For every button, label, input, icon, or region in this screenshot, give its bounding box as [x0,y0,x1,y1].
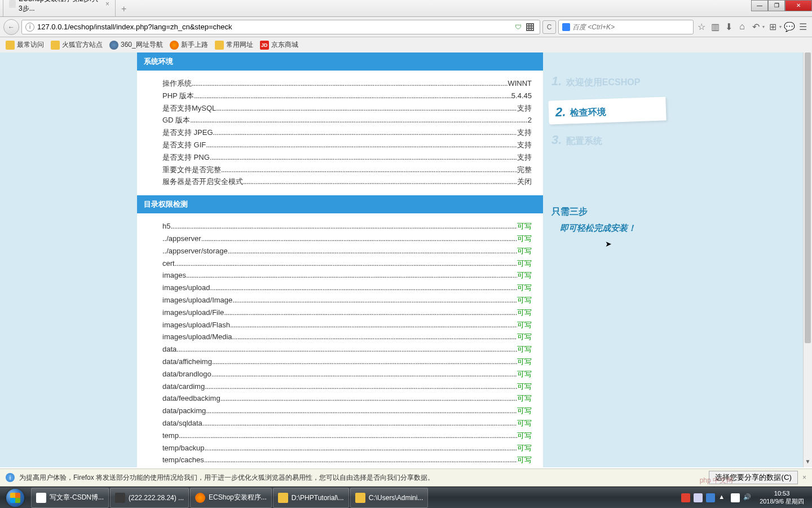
new-tab-button[interactable]: + [117,2,131,16]
refresh-button[interactable]: C [542,20,556,34]
home-icon[interactable]: ⌂ [736,21,748,33]
download-icon[interactable]: ⬇ [723,21,734,33]
vertical-scrollbar[interactable]: ▲ ▼ [803,52,812,53]
shield-icon[interactable]: 🛡 [515,23,522,31]
steps-sidebar: 1. 欢迎使用ECSHOP 2. 检查环境 3. 配置系统 只需三步 即可轻松完… [543,52,666,53]
url-box[interactable]: i 🛡 [21,20,540,34]
bookmark-firefox[interactable]: 火狐官方站点 [51,40,103,50]
page-viewport: 系统环境 操作系统...............................… [0,52,803,53]
url-input[interactable] [37,23,513,31]
window-minimize-button[interactable]: — [751,0,768,11]
baidu-icon [562,23,570,31]
folder-icon [51,41,60,50]
jd-icon: JD [260,41,269,50]
browser-tab[interactable]: ECShop安装程序 第2步/共3步... × [3,0,116,16]
tab-close-button[interactable]: × [105,0,109,8]
folder-icon [215,41,224,50]
dropdown-icon[interactable]: ▾ [762,24,765,29]
bookmark-star-icon[interactable]: ☆ [696,21,707,33]
sync-icon[interactable]: ⊞ [767,21,778,33]
window-close-button[interactable]: ✕ [785,0,812,11]
undo-icon[interactable]: ↶ [750,21,761,33]
chat-icon[interactable]: 💬 [784,21,795,33]
site-info-icon[interactable]: i [25,23,34,32]
scroll-thumb[interactable] [805,52,811,53]
section-header-env: 系统环境 [137,52,543,53]
library-icon[interactable]: ▥ [709,21,721,33]
back-button[interactable]: ← [3,19,19,35]
menu-icon[interactable]: ☰ [797,21,809,33]
browser-tab-bar: ECShop安装程序 第2步/共3步... × + [0,0,812,17]
bookmark-360[interactable]: 360_网址导航 [109,40,163,50]
bookmark-common[interactable]: 常用网址 [215,40,253,50]
bookmarks-bar: 最常访问 火狐官方站点 360_网址导航 新手上路 常用网址 JD京东商城 [0,37,812,53]
bookmark-beginner[interactable]: 新手上路 [170,40,208,50]
dropdown-icon[interactable]: ▾ [779,24,782,29]
address-bar: ← i 🛡 C ☆ ▥ ⬇ ⌂ ↶▾ ⊞▾ 💬 ☰ [0,17,812,37]
tab-title: ECShop安装程序 第2步/共3步... [19,0,101,14]
qr-icon[interactable] [526,23,534,31]
tab-favicon [9,0,16,8]
firefox-icon [170,41,179,50]
folder-icon [6,41,15,50]
globe-icon [109,41,118,50]
bookmark-jd[interactable]: JD京东商城 [260,40,298,50]
installer-main-panel: 系统环境 操作系统...............................… [137,52,543,53]
search-input[interactable] [572,23,690,31]
window-restore-button[interactable]: ❐ [768,0,785,11]
search-box[interactable] [558,20,694,34]
bookmark-frequent[interactable]: 最常访问 [6,40,44,50]
